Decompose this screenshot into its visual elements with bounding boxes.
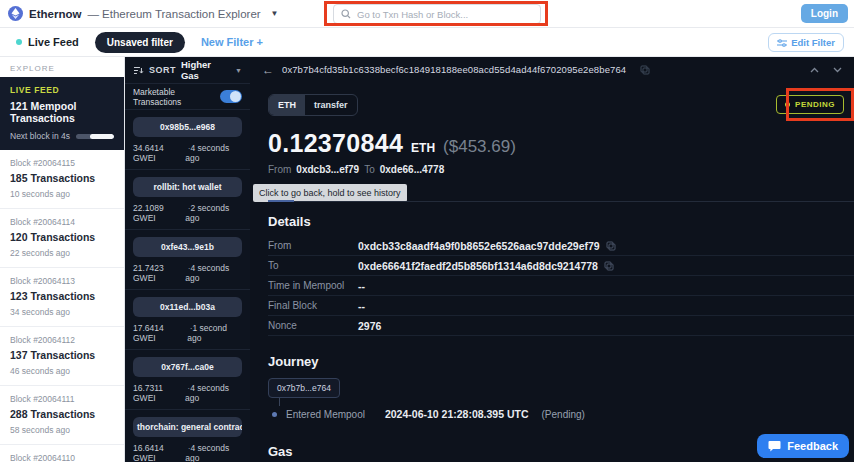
- live-feed-tab[interactable]: Live Feed: [16, 36, 79, 48]
- feedback-label: Feedback: [787, 440, 838, 452]
- transaction-detail-panel: ← 0x7b7b4cfd35b1c6338becf6c184918188ee08…: [250, 57, 854, 462]
- mempool-transaction-card[interactable]: 0xfe43...9e1b 21.7423 GWEI 4 seconds ago: [125, 230, 250, 290]
- search-input[interactable]: [357, 9, 533, 20]
- sidebar-block-item[interactable]: Block #20064115 185 Transactions 10 seco…: [0, 150, 124, 209]
- journey-txn-pill[interactable]: 0x7b7b...e764: [268, 378, 340, 398]
- txn-label-pill[interactable]: thorchain: general contract: [133, 417, 242, 437]
- sidebar-block-item[interactable]: Block #20064113 123 Transactions 34 seco…: [0, 268, 124, 327]
- transactions-column: SORT Higher Gas ▼ Marketable Transaction…: [125, 57, 250, 462]
- journey-connector: [279, 398, 280, 406]
- mempool-count: 121 Mempool Transactions: [10, 100, 114, 124]
- mempool-transaction-card[interactable]: 0x11ed...b03a 17.6414 GWEI 1 second ago: [125, 290, 250, 350]
- sidebar-block-item[interactable]: Block #20064112 137 Transactions 46 seco…: [0, 327, 124, 386]
- search-box[interactable]: [333, 4, 541, 24]
- status-dot-icon: [785, 102, 790, 107]
- sidebar-block-item[interactable]: Block #20064111 288 Transactions 58 seco…: [0, 386, 124, 445]
- tag-transfer[interactable]: transfer: [305, 95, 357, 115]
- toggle-knob: [230, 91, 241, 102]
- edit-filter-button[interactable]: Edit Filter: [768, 33, 844, 52]
- mempool-transaction-card[interactable]: rollbit: hot wallet 22.1089 GWEI 2 secon…: [125, 170, 250, 230]
- details-row: From 0xdcb33c8aadf4a9f0b8652e6526aac97dd…: [268, 236, 854, 256]
- txn-age: 4 seconds ago: [185, 143, 242, 163]
- next-block-progressbar: [76, 134, 114, 139]
- chevron-down-icon: ▼: [235, 67, 242, 74]
- details-row: Final Block --: [268, 296, 854, 316]
- txn-meta: 17.6414 GWEI 1 second ago: [133, 323, 242, 343]
- txn-meta: 34.6414 GWEI 4 seconds ago: [133, 143, 242, 163]
- brand[interactable]: Ethernow — Ethereum Transaction Explorer…: [8, 6, 279, 21]
- sidebar-block-item[interactable]: Block #20064110 102 Transactions 1 minut…: [0, 445, 124, 462]
- event-label: Entered Mempool: [286, 409, 365, 420]
- block-age: 10 seconds ago: [10, 189, 114, 199]
- block-age: 22 seconds ago: [10, 248, 114, 258]
- txn-label-pill[interactable]: 0x767f...ca0e: [133, 357, 242, 377]
- sort-dropdown[interactable]: Higher Gas ▼: [181, 59, 242, 81]
- block-age: 34 seconds ago: [10, 307, 114, 317]
- feedback-button[interactable]: Feedback: [757, 434, 849, 458]
- block-age: 46 seconds ago: [10, 366, 114, 376]
- new-filter-button[interactable]: New Filter +: [201, 36, 263, 48]
- details-row: Nonce 2976: [268, 316, 854, 336]
- back-arrow-icon[interactable]: ←: [262, 63, 274, 77]
- txn-header-bar: ← 0x7b7b4cfd35b1c6338becf6c184918188ee08…: [250, 57, 854, 82]
- mempool-transaction-card[interactable]: thorchain: general contract 16.6414 GWEI…: [125, 410, 250, 462]
- tag-eth[interactable]: ETH: [269, 95, 305, 115]
- edit-filter-label: Edit Filter: [791, 37, 835, 48]
- from-label: From: [268, 164, 291, 175]
- ethereum-logo-icon: [8, 6, 23, 21]
- block-txn-count: 120 Transactions: [10, 231, 114, 243]
- sidebar-item-live-feed[interactable]: LIVE FEED 121 Mempool Transactions Next …: [0, 77, 124, 150]
- details-table: From 0xdcb33c8aadf4a9f0b8652e6526aac97dd…: [268, 236, 854, 336]
- block-txn-count: 137 Transactions: [10, 349, 114, 361]
- block-txn-count: 288 Transactions: [10, 408, 114, 420]
- brand-name: Ethernow: [29, 8, 81, 20]
- block-number: Block #20064111: [10, 394, 114, 404]
- txn-label-pill[interactable]: 0x11ed...b03a: [133, 297, 242, 317]
- copy-icon[interactable]: [640, 65, 650, 75]
- block-txn-count: 123 Transactions: [10, 290, 114, 302]
- details-row-value: --: [358, 280, 365, 292]
- txn-meta: 21.7423 GWEI 4 seconds ago: [133, 263, 242, 283]
- txn-age: 4 seconds ago: [185, 263, 242, 283]
- details-heading: Details: [268, 214, 854, 229]
- sidebar-block-item[interactable]: Block #20064114 120 Transactions 22 seco…: [0, 209, 124, 268]
- live-dot-icon: [16, 39, 22, 45]
- txn-type-tags: ETH transfer: [268, 94, 358, 116]
- txn-label-pill[interactable]: 0xfe43...9e1b: [133, 237, 242, 257]
- txn-label-pill[interactable]: rollbit: hot wallet: [133, 177, 242, 197]
- marketable-toggle[interactable]: [220, 90, 242, 103]
- details-row-label: Nonce: [268, 320, 358, 331]
- mempool-transaction-card[interactable]: 0x767f...ca0e 16.7311 GWEI 4 seconds ago: [125, 350, 250, 410]
- chevron-up-icon[interactable]: [810, 67, 819, 73]
- txn-age: 1 second ago: [187, 323, 242, 343]
- next-block-label: Next block in 4s: [10, 131, 70, 141]
- copy-icon[interactable]: [606, 241, 616, 251]
- txn-label-pill[interactable]: 0x98b5...e968: [133, 117, 242, 137]
- block-number: Block #20064110: [10, 453, 114, 462]
- block-age: 58 seconds ago: [10, 425, 114, 435]
- mempool-transaction-list: 0x98b5...e968 34.6414 GWEI 4 seconds ago…: [125, 110, 250, 462]
- txn-meta: 16.7311 GWEI 4 seconds ago: [133, 383, 242, 403]
- details-row: Time in Mempool --: [268, 276, 854, 296]
- login-button[interactable]: Login: [801, 4, 848, 23]
- txn-gas: 22.1089 GWEI: [133, 203, 185, 223]
- status-label: PENDING: [795, 100, 835, 109]
- chevron-down-icon[interactable]: [833, 67, 842, 73]
- sort-value: Higher Gas: [181, 59, 231, 81]
- block-number: Block #20064112: [10, 335, 114, 345]
- filter-bar: Live Feed Unsaved filter New Filter + Ed…: [0, 28, 854, 57]
- chevron-down-icon[interactable]: ▼: [271, 9, 279, 18]
- txn-gas: 16.7311 GWEI: [133, 383, 185, 403]
- txn-age: 4 seconds ago: [185, 443, 242, 462]
- txn-amount-usd: ($453.69): [443, 137, 516, 157]
- event-dot-icon: [272, 412, 277, 417]
- unsaved-filter-pill[interactable]: Unsaved filter: [95, 32, 185, 53]
- mempool-transaction-card[interactable]: 0x98b5...e968 34.6414 GWEI 4 seconds ago: [125, 110, 250, 170]
- event-status-note: (Pending): [542, 409, 585, 420]
- from-address-short[interactable]: 0xdcb3...ef79: [296, 164, 359, 175]
- copy-icon[interactable]: [604, 261, 614, 271]
- txn-age: 4 seconds ago: [185, 383, 242, 403]
- txn-amount: 0.12370844: [268, 129, 403, 158]
- details-row-value: --: [358, 300, 365, 312]
- to-address-short[interactable]: 0xde66...4778: [380, 164, 445, 175]
